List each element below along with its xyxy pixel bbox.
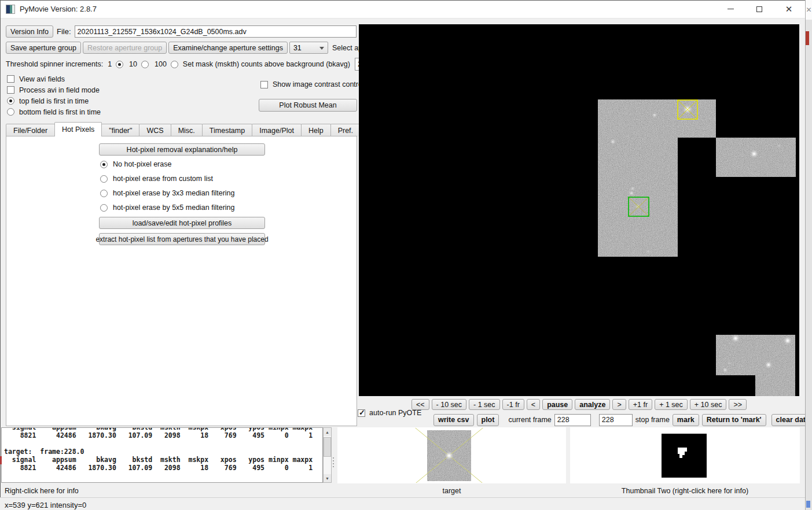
tab-help[interactable]: Help: [301, 124, 331, 136]
mark-button[interactable]: mark: [673, 414, 699, 426]
version-info-button[interactable]: Version Info: [6, 25, 53, 38]
splitter-handle[interactable]: [333, 457, 334, 468]
scroll-track[interactable]: [324, 436, 331, 474]
plot-button[interactable]: plot: [477, 414, 499, 426]
field-option-bottom-field-is-first-in-time: bottom field is first in time: [7, 108, 101, 116]
scroll-down-icon[interactable]: ▼: [324, 474, 331, 482]
autorun-pyote-checkbox[interactable]: [358, 409, 365, 417]
hot-pixel-erase-by-3x3-median-filtering-label: hot-pixel erase by 3x3 median filtering: [113, 189, 235, 197]
background-close-icon: ✕: [805, 0, 812, 20]
1-sec-button[interactable]: + 1 sec: [655, 399, 688, 410]
hot-pixel-erase-from-custom-list-radio[interactable]: [100, 175, 108, 183]
examine-aperture-settings-button[interactable]: Examine/change aperture settings: [168, 42, 288, 54]
pause-button[interactable]: pause: [542, 399, 572, 410]
background-red-sliver: [0, 456, 2, 464]
file-input[interactable]: [75, 25, 357, 38]
hot-pixel-erase-by-3x3-median-filtering-radio[interactable]: [100, 190, 108, 197]
hot-pixel-profiles-button[interactable]: load/save/edit hot-pixel profiles: [99, 217, 265, 229]
window-left-border: [0, 0, 1, 498]
hp-option-hot-pixel-erase-by-5x5-median-filtering: hot-pixel erase by 5x5 median filtering: [100, 204, 235, 212]
close-button[interactable]: ✕: [776, 0, 802, 18]
threshold-increments-label: Threshold spinner increments:: [6, 60, 103, 68]
noise-patch-0: [598, 99, 678, 257]
no-hot-pixel-erase-label: No hot-pixel erase: [113, 160, 171, 168]
1-fr-button[interactable]: +1 fr: [629, 399, 652, 410]
bottom-field-is-first-in-time-radio[interactable]: [7, 108, 14, 116]
maximize-button[interactable]: [746, 0, 773, 18]
increment-label-100: 100: [155, 60, 167, 68]
increment-radio-10[interactable]: [141, 61, 149, 68]
stop-frame-input[interactable]: [599, 414, 633, 426]
hot-pixel-erase-by-5x5-median-filtering-label: hot-pixel erase by 5x5 median filtering: [113, 204, 235, 212]
field-option-process-avi-in-field-mode: Process avi in field mode: [7, 86, 101, 94]
thumbnail-two-panel[interactable]: [570, 427, 800, 483]
hot-pixel-erase-by-5x5-median-filtering-radio[interactable]: [100, 204, 108, 212]
-button[interactable]: >>: [729, 399, 747, 410]
aperture-size-select[interactable]: 31: [289, 42, 328, 54]
1-fr-button[interactable]: -1 fr: [502, 399, 524, 410]
readout-scrollbar[interactable]: ▲ ▼: [323, 427, 332, 483]
measurement-readout[interactable]: signal appsum bkavg bkstd mskth mskpx xp…: [1, 427, 323, 483]
1-sec-button[interactable]: - 1 sec: [469, 399, 500, 410]
image-canvas[interactable]: [359, 24, 799, 396]
top-field-is-first-in-time-label: top field is first in time: [19, 97, 89, 105]
show-contrast-checkbox[interactable]: [260, 81, 268, 88]
hot-pixel-extract-button[interactable]: extract hot-pixel list from apertures th…: [99, 233, 265, 245]
contrast-control-row: Show image contrast control: [260, 80, 364, 88]
10-sec-button[interactable]: + 10 sec: [690, 399, 727, 410]
stop-frame-label: stop frame: [635, 416, 670, 424]
increment-radio-100[interactable]: [171, 61, 178, 68]
process-avi-in-field-mode-checkbox[interactable]: [7, 86, 14, 94]
info-caption[interactable]: Right-click here for info: [5, 487, 79, 495]
tab-finder[interactable]: "finder": [101, 124, 139, 136]
increment-1: 1: [108, 60, 123, 68]
window-title: PyMovie Version: 2.8.7: [20, 5, 97, 13]
tab-timestamp[interactable]: Timestamp: [202, 124, 252, 136]
window-top-border: [0, 0, 805, 1]
target-star: [447, 454, 451, 457]
star-13: [729, 363, 730, 364]
scroll-thumb[interactable]: [324, 437, 331, 457]
star-9: [734, 337, 737, 339]
cursor-status: x=539 y=621 intensity=0: [5, 501, 86, 509]
target-thumbnail: [404, 428, 497, 483]
noise-patch-2: [716, 138, 796, 177]
-button[interactable]: <: [527, 399, 540, 410]
minimize-button[interactable]: [717, 0, 744, 18]
plot-robust-mean-button[interactable]: Plot Robust Mean: [259, 99, 357, 112]
playback-controls: <<- 10 sec- 1 sec-1 fr<pauseanalyze>+1 f…: [359, 399, 799, 410]
scroll-up-icon[interactable]: ▲: [324, 428, 331, 436]
hot-pixel-options: No hot-pixel erasehot-pixel erase from c…: [100, 160, 235, 212]
analyze-button[interactable]: analyze: [575, 399, 610, 410]
10-sec-button[interactable]: - 10 sec: [432, 399, 466, 410]
write-csv-button[interactable]: write csv: [433, 414, 474, 426]
top-field-is-first-in-time-radio[interactable]: [7, 97, 14, 105]
star-8: [778, 145, 780, 146]
image-display[interactable]: [359, 24, 799, 396]
target-thumbnail-panel: [337, 427, 566, 483]
star-12: [725, 369, 726, 371]
increment-label-1: 1: [108, 60, 112, 68]
increment-radio-1[interactable]: [116, 61, 123, 68]
no-hot-pixel-erase-radio[interactable]: [100, 161, 108, 168]
tab-file-folder[interactable]: File/Folder: [6, 124, 55, 136]
tab-image-plot[interactable]: Image/Plot: [252, 124, 302, 136]
show-contrast-label: Show image contrast control: [273, 80, 364, 88]
background-window-strip: [805, 0, 812, 510]
tab-misc[interactable]: Misc.: [171, 124, 203, 136]
-button[interactable]: >: [612, 399, 626, 410]
return-to-mark-button[interactable]: Return to 'mark': [702, 414, 766, 426]
tab-bar: File/FolderHot Pixels"finder"WCSMisc.Tim…: [6, 123, 360, 136]
star-1: [654, 114, 656, 116]
tab-wcs[interactable]: WCS: [139, 124, 171, 136]
app-icon: [6, 5, 15, 14]
view-avi-fields-checkbox[interactable]: [7, 75, 14, 83]
current-frame-input[interactable]: [554, 414, 591, 426]
save-aperture-group-button[interactable]: Save aperture group: [6, 42, 81, 54]
hot-pixel-help-button[interactable]: Hot-pixel removal explanation/help: [99, 143, 265, 156]
hp-option-hot-pixel-erase-by-3x3-median-filtering: hot-pixel erase by 3x3 median filtering: [100, 189, 235, 197]
tab-hot-pixels[interactable]: Hot Pixels: [54, 122, 102, 136]
bottom-field-is-first-in-time-label: bottom field is first in time: [19, 108, 101, 116]
tab-pref[interactable]: Pref.: [330, 124, 361, 136]
hot-pixel-erase-from-custom-list-label: hot-pixel erase from custom list: [113, 175, 213, 183]
